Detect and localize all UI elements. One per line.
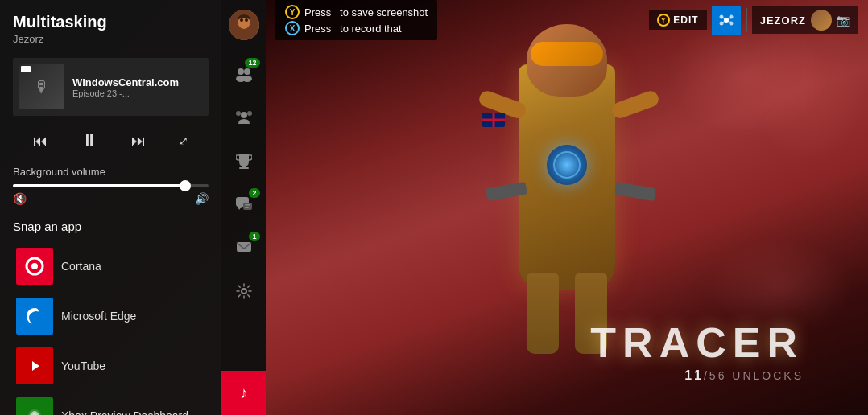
snap-apps-list: Cortana Microsoft Edge [13, 241, 209, 415]
media-thumbnail: 🎙 [19, 64, 64, 109]
skip-forward-button[interactable]: ⏭ [125, 129, 152, 153]
user-pill-avatar [811, 10, 832, 31]
svg-point-10 [245, 18, 248, 22]
music-fab-icon: ♪ [240, 384, 248, 402]
top-bar-right: Y EDIT JEZORZ 📷 [649, 6, 858, 35]
sidebar-title: Multitasking [13, 13, 209, 31]
svg-point-15 [241, 112, 247, 118]
edit-button[interactable]: Y EDIT [649, 10, 706, 30]
xbox-label: Xbox Preview Dashboard [61, 409, 188, 415]
hint-screenshot-text: Press to save screenshot [304, 6, 428, 18]
playback-controls: ⏮ ⏸ ⏭ ⤢ [13, 127, 209, 154]
nav-notifications[interactable]: 1 [228, 232, 260, 264]
youtube-icon [16, 347, 53, 384]
svg-point-16 [247, 111, 252, 116]
user-pill[interactable]: JEZORZ 📷 [752, 6, 858, 34]
svg-point-9 [240, 18, 243, 22]
svg-rect-24 [245, 207, 249, 208]
skip-back-button[interactable]: ⏮ [27, 129, 54, 153]
edit-y-icon: Y [657, 14, 670, 27]
cortana-icon [16, 248, 53, 285]
character-name: TRACER [590, 318, 804, 367]
svg-rect-22 [243, 203, 252, 210]
snap-app-xbox[interactable]: Xbox Preview Dashboard [13, 391, 209, 415]
snap-title: Snap an app [13, 220, 209, 233]
nav-chat[interactable]: 2 [228, 188, 260, 220]
hint-container: Y Press to save screenshot X Press to re… [275, 0, 437, 40]
unlocks-count: 11/56 UNLOCKS [684, 368, 804, 383]
nav-party[interactable] [228, 101, 260, 134]
xbox-icon [16, 397, 53, 415]
play-pause-button[interactable]: ⏸ [74, 127, 105, 154]
svg-point-14 [242, 76, 252, 82]
volume-min-icon: 🔇 [13, 192, 27, 205]
svg-point-11 [238, 68, 244, 75]
snap-app-edge[interactable]: Microsoft Edge [13, 291, 209, 341]
hint-screenshot: Y Press to save screenshot [285, 5, 428, 19]
snap-section: Snap an app Cortana [13, 220, 209, 415]
chat-badge: 2 [249, 188, 259, 198]
friends-badge: 12 [245, 58, 259, 68]
snap-app-cortana[interactable]: Cortana [13, 241, 209, 291]
media-title: WindowsCentral.com [72, 76, 202, 88]
cortana-label: Cortana [61, 260, 101, 273]
notifications-badge: 1 [249, 232, 259, 241]
y-button-icon: Y [285, 5, 300, 19]
sidebar-header: Multitasking Jezorz [13, 13, 209, 45]
svg-rect-19 [239, 167, 249, 169]
middle-nav: 12 2 [221, 0, 266, 415]
expand-button[interactable]: ⤢ [172, 131, 195, 150]
edge-label: Microsoft Edge [61, 310, 136, 323]
volume-slider-thumb[interactable] [180, 180, 191, 191]
edge-icon [16, 298, 53, 335]
snap-app-youtube[interactable]: YouTube [13, 341, 209, 391]
now-playing-card: 🎙 WindowsCentral.com Episode 23 -... [13, 58, 209, 116]
user-pill-cam-icon: 📷 [837, 14, 850, 27]
svg-point-26 [242, 289, 246, 294]
nav-avatar[interactable] [229, 10, 259, 40]
sidebar-user: Jezorz [13, 33, 209, 45]
svg-marker-21 [238, 207, 242, 210]
svg-rect-23 [245, 204, 250, 206]
music-fab-button[interactable]: ♪ [221, 371, 266, 415]
x-button-icon: X [285, 21, 300, 35]
youtube-label: YouTube [61, 360, 105, 372]
media-info: WindowsCentral.com Episode 23 -... [72, 76, 202, 98]
top-bar-separator [746, 8, 747, 32]
svg-point-1 [31, 263, 38, 269]
sidebar: Multitasking Jezorz 🎙 WindowsCentral.com… [0, 0, 221, 415]
svg-rect-25 [237, 242, 251, 252]
volume-icons: 🔇 🔊 [13, 192, 209, 205]
edit-label: EDIT [673, 14, 698, 26]
volume-label: Background volume [13, 166, 209, 178]
volume-slider-track[interactable] [13, 184, 209, 187]
volume-slider-fill [13, 184, 185, 187]
share-button[interactable] [712, 6, 741, 35]
nav-settings[interactable] [228, 275, 260, 307]
top-bar: Y Press to save screenshot X Press to re… [266, 0, 868, 40]
svg-point-12 [244, 68, 250, 75]
media-subtitle: Episode 23 -... [72, 88, 202, 98]
nav-friends[interactable]: 12 [228, 58, 260, 90]
volume-section: Background volume 🔇 🔊 [13, 166, 209, 205]
volume-max-icon: 🔊 [195, 192, 209, 205]
hint-record: X Press to record that [285, 21, 428, 35]
nav-trophy[interactable] [228, 145, 260, 177]
svg-point-17 [236, 111, 241, 116]
hint-record-text: Press to record that [304, 23, 402, 35]
user-pill-name: JEZORZ [760, 14, 806, 27]
